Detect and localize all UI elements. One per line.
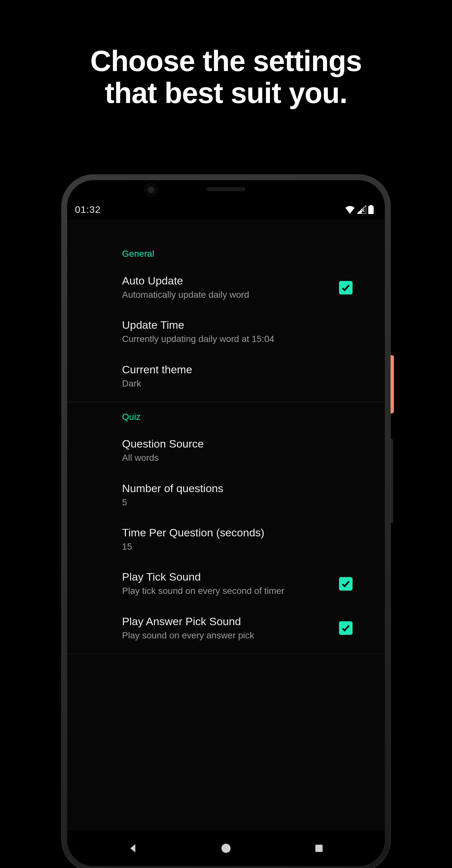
svg-point-4	[222, 844, 230, 853]
battery-icon	[368, 205, 374, 214]
status-time: 01:32	[75, 204, 101, 215]
question-source-title: Question Source	[122, 438, 372, 450]
phone-screen: 01:32	[67, 180, 385, 866]
promo-headline: Choose the settings that best suit you.	[0, 45, 452, 109]
cellular-icon	[357, 206, 366, 214]
wifi-icon	[345, 206, 355, 214]
num-questions-sub: 5	[122, 497, 372, 508]
nav-recent-button[interactable]	[313, 842, 325, 855]
time-per-question-sub: 15	[122, 541, 372, 553]
nav-back-button[interactable]	[127, 842, 139, 855]
svg-rect-2	[370, 205, 372, 206]
row-question-source[interactable]: Question Source All words	[67, 429, 385, 473]
question-source-sub: All words	[122, 452, 372, 464]
play-tick-title: Play Tick Sound	[122, 570, 329, 583]
row-play-answer[interactable]: Play Answer Pick Sound Play sound on eve…	[67, 606, 385, 650]
auto-update-sub: Automatically update daily word	[122, 289, 329, 301]
promo-line2: that best suit you.	[0, 77, 452, 109]
row-num-questions[interactable]: Number of questions 5	[67, 473, 385, 517]
notch-row	[67, 180, 385, 199]
update-time-title: Update Time	[122, 319, 372, 331]
nav-home-button[interactable]	[220, 842, 232, 855]
time-per-question-title: Time Per Question (seconds)	[122, 526, 372, 539]
row-theme[interactable]: Current theme Dark	[67, 354, 385, 399]
row-time-per-question[interactable]: Time Per Question (seconds) 15	[67, 517, 385, 562]
svg-rect-5	[316, 845, 323, 852]
update-time-sub: Currently updating daily word at 15:04	[122, 333, 372, 345]
play-answer-checkbox[interactable]	[339, 621, 353, 635]
svg-rect-3	[368, 206, 374, 214]
play-answer-title: Play Answer Pick Sound	[122, 615, 329, 628]
status-bar: 01:32	[67, 199, 385, 220]
section-divider	[67, 402, 385, 402]
theme-sub: Dark	[122, 378, 372, 390]
row-update-time[interactable]: Update Time Currently updating daily wor…	[67, 310, 385, 354]
play-answer-sub: Play sound on every answer pick	[122, 630, 329, 641]
num-questions-title: Number of questions	[122, 482, 372, 495]
row-play-tick[interactable]: Play Tick Sound Play tick sound on every…	[67, 562, 385, 606]
phone-frame: 01:32	[61, 175, 391, 868]
row-auto-update[interactable]: Auto Update Automatically update daily w…	[67, 266, 385, 310]
speaker-grille	[206, 187, 246, 191]
status-icons	[345, 205, 374, 214]
auto-update-title: Auto Update	[122, 275, 329, 287]
play-tick-sub: Play tick sound on every second of timer	[122, 585, 329, 597]
section-header-general: General	[67, 242, 385, 266]
play-tick-checkbox[interactable]	[339, 577, 353, 591]
promo-line1: Choose the settings	[0, 45, 452, 77]
auto-update-checkbox[interactable]	[339, 281, 353, 294]
theme-title: Current theme	[122, 363, 372, 376]
section-divider-2	[67, 654, 385, 654]
settings-content[interactable]: General Auto Update Automatically update…	[67, 220, 385, 831]
nav-bar	[67, 831, 385, 866]
front-camera	[146, 185, 156, 195]
section-header-quiz: Quiz	[67, 405, 385, 429]
